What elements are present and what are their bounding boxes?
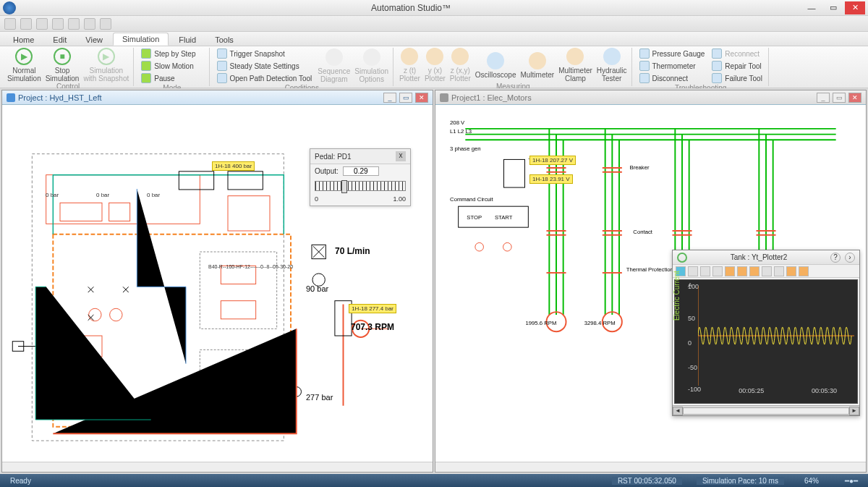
ribbon: ▶Normal Simulation ■Stop Simulation ▶Sim… (0, 46, 868, 88)
stop-simulation-button[interactable]: ■Stop Simulation (46, 48, 80, 82)
failure-tool-button[interactable]: Failure Tool (710, 72, 764, 84)
status-pct: 64% (799, 477, 825, 485)
plotter-ylabel: Electric Current (673, 271, 681, 321)
plotter-tool-5[interactable] (725, 266, 735, 276)
simulation-with-snapshot-button[interactable]: ▶Simulation with Snapshot (83, 48, 129, 82)
tab-simulation[interactable]: Simulation (113, 33, 169, 46)
plotter-header[interactable]: Tank : Yt_Plotter2 ? › (673, 250, 859, 265)
plotter-tool-3[interactable] (700, 266, 710, 276)
scroll-left-icon[interactable]: ◄ (673, 407, 683, 415)
scroll-right-icon[interactable]: ► (849, 407, 859, 415)
plotter-tool-4[interactable] (712, 266, 723, 276)
plotter-tool-11[interactable] (799, 266, 809, 276)
svg-rect-2 (60, 203, 102, 221)
plotter-chart[interactable]: Electric Current A 100 50 0 -50 -100 00:… (674, 279, 858, 404)
plotter-tool-7[interactable] (749, 266, 760, 276)
window-maximize-button[interactable]: ▭ (823, 1, 843, 14)
svg-text:L1
L2
L3: L1 L2 L3 (450, 128, 472, 135)
window-minimize-button[interactable]: — (801, 1, 822, 14)
pressure-mid-readout: 90 bar (306, 284, 328, 293)
qat-save-icon[interactable] (4, 18, 16, 30)
qat-undo-icon[interactable] (20, 18, 32, 30)
plotter-hscroll[interactable]: ◄ ► (673, 405, 859, 415)
sequence-diagram-button[interactable]: Sequence Diagram (318, 48, 350, 83)
plotter-tool-9[interactable] (774, 266, 784, 276)
qat-fwd-icon[interactable] (68, 18, 80, 30)
disconnect-button[interactable]: Disconnect (638, 72, 707, 84)
tag-bot: 1H-18 277.4 bar (349, 304, 396, 313)
tab-fluid[interactable]: Fluid (170, 34, 205, 46)
ribbon-group-troubleshooting: Pressure Gauge Thermometer Disconnect Re… (634, 48, 769, 86)
right-pane-hscroll[interactable] (435, 462, 866, 472)
trigger-snapshot-button[interactable]: Trigger Snapshot (216, 48, 314, 59)
scroll-track[interactable] (683, 407, 849, 415)
qat-redo-icon[interactable] (36, 18, 48, 30)
svg-point-5 (110, 308, 122, 321)
tab-edit[interactable]: Edit (44, 34, 75, 46)
window-close-button[interactable]: ✕ (845, 1, 865, 14)
pedal-output-input[interactable] (343, 166, 379, 176)
pedal-slider-thumb[interactable] (341, 180, 347, 193)
pedal-title-bar[interactable]: Pedal: PD1 x (310, 149, 410, 164)
svg-text:Breaker: Breaker (630, 164, 650, 171)
open-path-button[interactable]: Open Path Detection Tool (216, 72, 314, 84)
qat-stop-icon[interactable] (84, 18, 95, 30)
pane-max-button[interactable]: ▭ (833, 93, 846, 103)
plotter-help-button[interactable]: ? (830, 253, 841, 263)
pedal-panel[interactable]: Pedal: PD1 x Output: 0 1.00 (310, 148, 411, 206)
pane-max-button[interactable]: ▭ (399, 93, 412, 103)
slow-motion-button[interactable]: Slow Motion (140, 60, 197, 72)
pedal-close-button[interactable]: x (396, 151, 406, 161)
multimeter-clamp-button[interactable]: Multimeter Clamp (558, 48, 592, 82)
thermometer-button[interactable]: Thermometer (638, 60, 707, 72)
cyl0c: 0 bar (147, 192, 160, 198)
left-pane: Project : Hyd_HST_Left _ ▭ ✕ (1, 90, 433, 473)
status-rst: RST 00:05:32.050 (612, 477, 682, 485)
svg-point-27 (503, 242, 512, 251)
status-bar: Ready RST 00:05:32.050 Simulation Pace: … (0, 474, 868, 487)
multimeter-button[interactable]: Multimeter (520, 52, 554, 79)
pause-button[interactable]: Pause (140, 72, 197, 84)
pane-close-button[interactable]: ✕ (415, 93, 428, 103)
yx-plotter-button[interactable]: y (x) Plotter (425, 48, 446, 82)
hydraulic-tester-button[interactable]: Hydraulic Tester (597, 48, 627, 82)
plotter-tool-10[interactable] (786, 266, 796, 276)
oscilloscope-button[interactable]: Oscilloscope (475, 52, 516, 79)
pressure-gauge-button[interactable]: Pressure Gauge (638, 48, 707, 59)
plotter-expand-button[interactable]: › (845, 253, 855, 263)
pane-close-button[interactable]: ✕ (848, 93, 861, 103)
svg-text:Thermal
Protection: Thermal Protection (626, 266, 673, 273)
left-pane-hscroll[interactable] (2, 462, 433, 472)
pane-min-button[interactable]: _ (817, 93, 830, 103)
repair-tool-button[interactable]: Repair Tool (710, 60, 764, 72)
project-icon (440, 93, 448, 102)
tab-view[interactable]: View (77, 34, 111, 46)
tab-tools[interactable]: Tools (206, 34, 242, 46)
cyl0a: 0 bar (46, 192, 59, 198)
tab-home[interactable]: Home (4, 34, 43, 46)
pane-min-button[interactable]: _ (383, 93, 396, 103)
reconnect-button[interactable]: Reconnect (710, 48, 764, 59)
simulation-options-button[interactable]: Simulation Options (354, 48, 388, 83)
left-pane-body[interactable]: 1H-18 400 bar 1H-18 277.4 bar 70 L/min 9… (2, 105, 433, 462)
normal-simulation-button[interactable]: ▶Normal Simulation (7, 48, 41, 82)
status-pace: Simulation Pace: 10 ms (697, 477, 784, 485)
right-pane-body[interactable]: 208 V L1 L2 L3 3 phase gen Transformer B… (435, 105, 866, 462)
plotter-tool-8[interactable] (762, 266, 772, 276)
plotter-window[interactable]: Tank : Yt_Plotter2 ? › (672, 250, 860, 416)
qat-back-icon[interactable] (52, 18, 64, 30)
plotter-tool-6[interactable] (737, 266, 747, 276)
status-zoom-slider[interactable]: ━●━ (839, 477, 864, 485)
plotter-tool-2[interactable] (688, 266, 698, 276)
zt-plotter-button[interactable]: z (t) Plotter (399, 48, 420, 82)
busbar-label: B40-R--100-HF-12------0--8--05-30-20 (208, 264, 293, 269)
steady-state-button[interactable]: Steady State Settings (216, 60, 314, 72)
pedal-slider[interactable] (310, 178, 410, 195)
zxy-plotter-button[interactable]: z (x,y) Plotter (450, 48, 471, 82)
left-pane-title: Project : Hyd_HST_Left (18, 93, 380, 102)
step-by-step-button[interactable]: Step by Step (140, 48, 197, 59)
plotter-power-icon[interactable] (677, 253, 687, 263)
svg-rect-16 (228, 196, 270, 231)
pressure-bot-readout: 277 bar (306, 393, 333, 402)
qat-play-icon[interactable] (100, 18, 111, 30)
